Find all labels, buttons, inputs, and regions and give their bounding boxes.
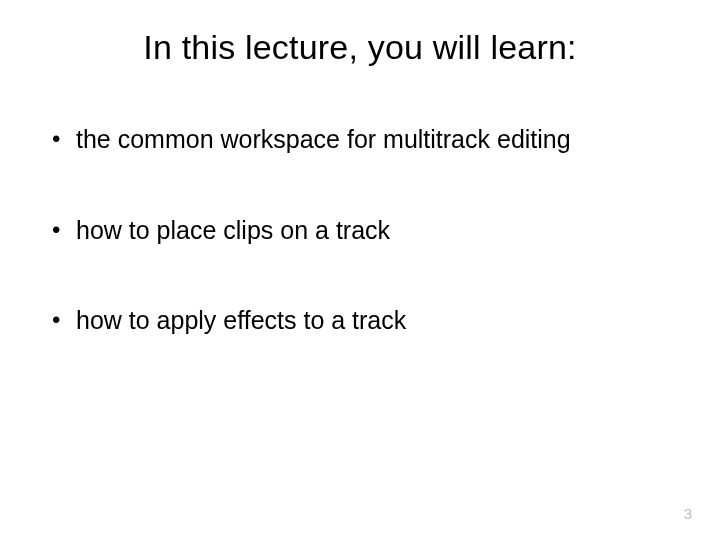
list-item: how to apply effects to a track bbox=[50, 304, 680, 337]
page-number: 3 bbox=[684, 505, 692, 522]
list-item: how to place clips on a track bbox=[50, 214, 680, 247]
bullet-list: the common workspace for multitrack edit… bbox=[40, 123, 680, 337]
slide-title: In this lecture, you will learn: bbox=[40, 28, 680, 67]
slide: In this lecture, you will learn: the com… bbox=[0, 0, 720, 540]
list-item: the common workspace for multitrack edit… bbox=[50, 123, 680, 156]
